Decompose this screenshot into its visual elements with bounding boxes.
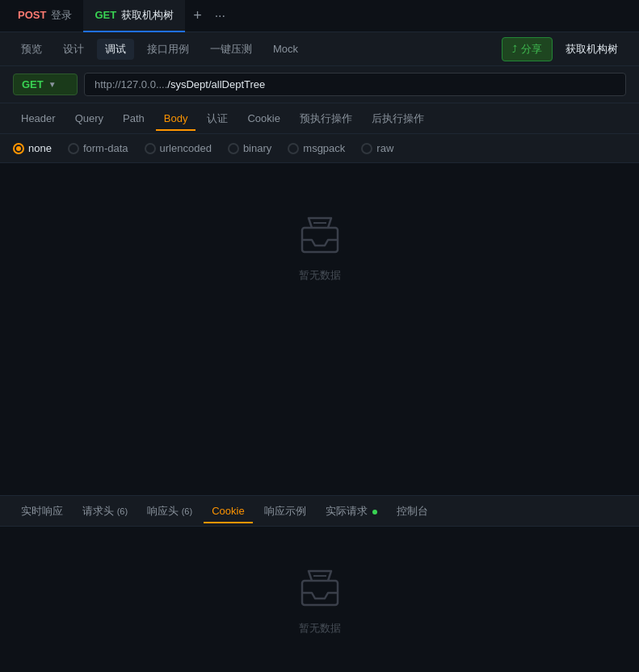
- body-spacer: [0, 330, 639, 496]
- empty-inbox-icon: [296, 210, 344, 258]
- bottom-empty-text: 暂无数据: [299, 621, 341, 636]
- radio-msgpack: [288, 143, 299, 154]
- tab-get-tree-label: 获取机构树: [121, 8, 174, 23]
- radio-form-data: [68, 143, 79, 154]
- body-option-msgpack[interactable]: msgpack: [288, 142, 345, 154]
- tab-add-button[interactable]: +: [185, 0, 210, 32]
- bottom-tab-realtime[interactable]: 实时响应: [13, 499, 71, 525]
- body-form-data-label: form-data: [83, 142, 128, 154]
- console-label: 控制台: [397, 505, 428, 517]
- body-urlencoded-label: urlencoded: [160, 142, 212, 154]
- api-name-button[interactable]: 获取机构树: [557, 39, 626, 60]
- tab-auth[interactable]: 认证: [199, 107, 236, 132]
- tab-query[interactable]: Query: [67, 107, 111, 131]
- preview-button[interactable]: 预览: [13, 39, 50, 60]
- body-empty-panel: 暂无数据: [0, 163, 639, 330]
- tab-header[interactable]: Header: [13, 107, 64, 131]
- method-post-label: POST: [18, 9, 46, 21]
- bottom-tab-res-example[interactable]: 响应示例: [256, 499, 314, 525]
- body-raw-label: raw: [376, 142, 393, 154]
- main-content: 预览 设计 调试 接口用例 一键压测 Mock ⤴ 分享 获取机构树 GET ▼…: [0, 32, 639, 672]
- bottom-empty-panel: 暂无数据: [0, 527, 639, 672]
- res-example-label: 响应示例: [264, 505, 306, 517]
- req-header-badge: (6): [117, 506, 128, 516]
- url-bar: GET ▼ http://127.0.0.... /sysDept/allDep…: [0, 66, 639, 103]
- tab-get-tree[interactable]: GET 获取机构树: [83, 0, 185, 32]
- actual-req-dot: [372, 510, 377, 514]
- params-tabs: Header Query Path Body 认证 Cookie 预执行操作 后…: [0, 103, 639, 134]
- realtime-label: 实时响应: [21, 505, 63, 517]
- body-option-none[interactable]: none: [13, 142, 52, 154]
- chevron-down-icon: ▼: [48, 80, 57, 89]
- tab-bar: POST 登录 GET 获取机构树 + ···: [0, 0, 639, 32]
- cookie-label: Cookie: [212, 505, 244, 517]
- tab-cookie[interactable]: Cookie: [239, 107, 288, 131]
- body-option-raw[interactable]: raw: [361, 142, 393, 154]
- tab-post-exec[interactable]: 后执行操作: [364, 107, 432, 132]
- share-button[interactable]: ⤴ 分享: [502, 37, 553, 61]
- radio-raw: [361, 143, 372, 154]
- body-option-urlencoded[interactable]: urlencoded: [145, 142, 212, 154]
- tab-more-button[interactable]: ···: [210, 0, 230, 32]
- tab-path[interactable]: Path: [115, 107, 153, 131]
- share-label: 分享: [521, 42, 542, 57]
- res-header-badge: (6): [182, 506, 192, 516]
- actual-req-label: 实际请求: [326, 505, 368, 517]
- toolbar: 预览 设计 调试 接口用例 一键压测 Mock ⤴ 分享 获取机构树: [0, 32, 639, 66]
- bottom-tab-actual-req[interactable]: 实际请求: [317, 499, 386, 525]
- pressure-button[interactable]: 一键压测: [202, 39, 260, 60]
- tab-body[interactable]: Body: [156, 107, 196, 131]
- bottom-tab-req-header[interactable]: 请求头 (6): [74, 499, 136, 525]
- design-button[interactable]: 设计: [55, 39, 92, 60]
- req-header-label: 请求头: [82, 505, 114, 517]
- body-msgpack-label: msgpack: [303, 142, 345, 154]
- body-option-form-data[interactable]: form-data: [68, 142, 128, 154]
- url-input[interactable]: http://127.0.0.... /sysDept/allDeptTree: [84, 73, 626, 96]
- bottom-empty-inbox-icon: [296, 563, 344, 611]
- radio-urlencoded: [145, 143, 156, 154]
- method-select[interactable]: GET ▼: [13, 74, 78, 95]
- radio-binary: [228, 143, 239, 154]
- bottom-tabs: 实时响应 请求头 (6) 响应头 (6) Cookie 响应示例 实际请求 控制…: [0, 496, 639, 527]
- res-header-label: 响应头: [147, 505, 179, 517]
- debug-button[interactable]: 调试: [97, 39, 134, 60]
- tab-post-login-label: 登录: [51, 8, 72, 23]
- body-empty-text: 暂无数据: [299, 268, 341, 283]
- body-option-binary[interactable]: binary: [228, 142, 271, 154]
- mock-button[interactable]: Mock: [265, 40, 306, 58]
- tab-post-login[interactable]: POST 登录: [6, 0, 83, 32]
- body-options: none form-data urlencoded binary msgpack…: [0, 134, 639, 163]
- example-button[interactable]: 接口用例: [139, 39, 197, 60]
- bottom-tab-cookie[interactable]: Cookie: [204, 500, 252, 523]
- url-host: http://127.0.0....: [95, 78, 167, 90]
- share-icon: ⤴: [512, 44, 517, 55]
- body-binary-label: binary: [243, 142, 271, 154]
- radio-none: [13, 143, 24, 154]
- bottom-tab-res-header[interactable]: 响应头 (6): [139, 499, 200, 525]
- body-none-label: none: [28, 142, 52, 154]
- bottom-section: 实时响应 请求头 (6) 响应头 (6) Cookie 响应示例 实际请求 控制…: [0, 495, 639, 672]
- method-get-label: GET: [95, 9, 116, 21]
- bottom-tab-console[interactable]: 控制台: [389, 499, 436, 525]
- url-path: /sysDept/allDeptTree: [167, 78, 265, 90]
- method-value: GET: [22, 78, 44, 90]
- tab-pre-exec[interactable]: 预执行操作: [292, 107, 360, 132]
